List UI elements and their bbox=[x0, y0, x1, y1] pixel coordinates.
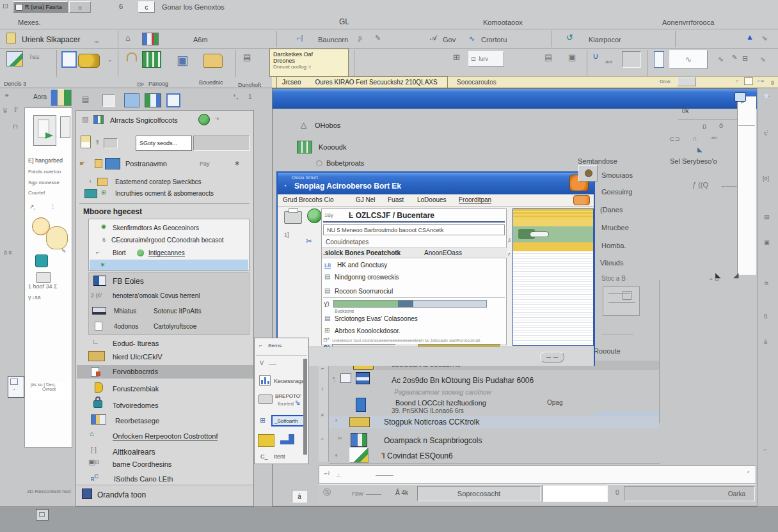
win-list-mrucbee[interactable]: Mrucbee bbox=[601, 224, 629, 231]
mini-table-icon[interactable] bbox=[145, 93, 161, 107]
menu-item-inc[interactable]: Incruthies ocment & asbomeraocts bbox=[115, 190, 214, 197]
blob-icon[interactable] bbox=[46, 226, 68, 249]
compass2-icon[interactable]: ◢ bbox=[733, 271, 738, 279]
green-ball-big-icon[interactable] bbox=[307, 208, 322, 223]
titlebar-user-icon[interactable]: ☻ bbox=[763, 91, 770, 99]
lurv-button[interactable]: ⊡ lurv bbox=[468, 51, 504, 66]
edge-icon-doc[interactable]: ▤ bbox=[764, 214, 770, 220]
palette-yellow-icon[interactable] bbox=[258, 434, 274, 447]
monitor-icon[interactable] bbox=[36, 272, 51, 283]
arc-icon[interactable]: ∩ bbox=[692, 135, 697, 142]
dialog-row4[interactable]: Abrbos Kooolockdosor. bbox=[335, 327, 401, 334]
dialog-row1[interactable]: Nindgonng orosweckis bbox=[335, 274, 399, 281]
menu-item-g1[interactable]: Skenfirmdtors As Geoceoinors bbox=[113, 224, 199, 231]
green-row[interactable] bbox=[513, 226, 593, 242]
sun-button[interactable]: ☼ bbox=[69, 1, 91, 13]
win-item-ohobos[interactable]: OHobos bbox=[315, 121, 340, 129]
selected-row-band[interactable] bbox=[329, 416, 659, 428]
win-item-bobetproats[interactable]: Bobetproats bbox=[326, 159, 364, 167]
sidebar-tab-label[interactable]: Aora bbox=[33, 93, 47, 100]
taskbar-window-icon[interactable] bbox=[36, 509, 49, 520]
minus-box-icon[interactable]: ⊟ bbox=[742, 54, 748, 63]
menu-item-forust[interactable]: Forustzembiak bbox=[113, 385, 159, 393]
menu-item-biort[interactable]: Biort bbox=[113, 249, 126, 256]
u-hook-icon[interactable]: ∪ bbox=[592, 51, 599, 61]
menu-item-abstracts[interactable]: Alrracts Sngicolfocots bbox=[110, 116, 178, 124]
sketch-lines-icon[interactable]: ≀IES bbox=[29, 52, 39, 61]
s-hook-icon[interactable]: ∿ bbox=[718, 55, 724, 63]
loop-icon[interactable]: ↺ bbox=[566, 33, 573, 42]
gray-swatch-icon[interactable] bbox=[622, 51, 641, 68]
umlaut-icon[interactable]: ϋ bbox=[703, 123, 706, 130]
dialog-row2[interactable]: Rocoon Soorrurociul bbox=[335, 288, 393, 295]
home-icon[interactable]: ⌂ bbox=[125, 33, 131, 43]
win-list-smouiaos[interactable]: Smouiaos bbox=[601, 171, 633, 179]
dotted-box-icon[interactable] bbox=[102, 94, 115, 107]
breve-icon[interactable]: ŏ bbox=[719, 121, 723, 129]
titlebar-restore-icon[interactable] bbox=[734, 92, 746, 102]
palette-row4-label[interactable]: Itent bbox=[274, 453, 285, 460]
dialog-menu-lodooues[interactable]: LoDooues bbox=[417, 196, 447, 203]
sidebar-item-sgp[interactable]: Sgp monesse bbox=[28, 180, 60, 185]
list-lines-icon[interactable]: ≡ bbox=[5, 92, 9, 99]
clipboard-icon[interactable] bbox=[654, 51, 664, 68]
status-input[interactable] bbox=[543, 485, 608, 502]
folder-icon[interactable] bbox=[203, 54, 223, 68]
compass-icon[interactable]: ◣ bbox=[715, 271, 720, 279]
menu-item-isothds[interactable]: ISothds Cano LEth bbox=[114, 475, 173, 483]
blue-window-icon[interactable] bbox=[124, 93, 139, 107]
edge-icon-g[interactable]: [ɢ] bbox=[763, 175, 769, 182]
mini-window-icon[interactable]: ◔ bbox=[8, 376, 24, 398]
list-row7[interactable]: 'I Covindat ESQoun6 bbox=[381, 451, 453, 460]
page-icon[interactable]: ▤ bbox=[544, 52, 552, 62]
teal-screen-icon[interactable] bbox=[35, 254, 48, 267]
edge-icon-card[interactable]: ▣ bbox=[764, 239, 770, 246]
list-row6[interactable]: Ooampack n Scapnbriogcols bbox=[384, 436, 482, 445]
battery-icon[interactable] bbox=[60, 116, 70, 138]
menu-item-east[interactable]: Eastemend coratep Sweckbcs bbox=[115, 178, 202, 185]
a6m-label[interactable]: A6m bbox=[193, 36, 208, 43]
dialog-menu-gjnel[interactable]: GJ Nel bbox=[356, 196, 376, 203]
menu-item-henotera[interactable]: henotera'omoak Covus herrenl bbox=[113, 292, 200, 299]
trumpet-icon[interactable] bbox=[78, 54, 100, 68]
dots-icon[interactable]: ⋮ bbox=[50, 203, 56, 210]
chevron-down-icon[interactable]: ⌄ bbox=[107, 56, 113, 63]
refresh-green-icon[interactable] bbox=[198, 114, 210, 125]
menu-item-intigecannes[interactable]: Intigecannes bbox=[148, 249, 185, 257]
win-list-danes[interactable]: (Danes bbox=[600, 206, 623, 214]
hanger-icon[interactable] bbox=[127, 52, 137, 61]
menu-highlight-row[interactable]: ∗ bbox=[90, 260, 248, 270]
pen2-icon[interactable]: ✎ bbox=[732, 54, 737, 61]
dialog-paw-icon[interactable] bbox=[573, 195, 590, 205]
menu-aonenv[interactable]: Aonenvrrforooca bbox=[662, 19, 714, 26]
menu-item-tofvoi[interactable]: Tofvoiredomes bbox=[113, 402, 159, 409]
c-button[interactable]: c bbox=[138, 1, 155, 13]
menu-item-post[interactable]: Postranavmn bbox=[125, 160, 167, 168]
bracket-top-icon[interactable]: ⊓ bbox=[13, 123, 18, 130]
edge-icon-wave[interactable]: ≋ bbox=[764, 280, 769, 286]
hint-eq-icon[interactable]: ⌐= bbox=[758, 77, 765, 84]
palette-scrollbar[interactable] bbox=[303, 359, 307, 455]
menu-item-onfocken[interactable]: Onfocken Rerpeooton Costrottonf bbox=[113, 432, 218, 441]
l8-link[interactable]: L8 bbox=[324, 262, 331, 269]
list-row3[interactable]: Boond LOCCcit hzcftuodiong bbox=[395, 399, 486, 407]
scissors-icon[interactable]: ✂ bbox=[306, 237, 312, 246]
palette-wrench-icon[interactable] bbox=[280, 434, 294, 444]
palette-printer-icon[interactable] bbox=[258, 395, 273, 404]
circuit-icon[interactable] bbox=[166, 93, 180, 107]
menu-item-g2[interactable]: CEcoruraimérgood CConodrah becasot bbox=[111, 237, 224, 244]
menu-item-alttko[interactable]: Alttkoalrears bbox=[113, 448, 155, 457]
save-icon[interactable] bbox=[82, 489, 92, 499]
menu-item-eodud[interactable]: Eodud- Itureas bbox=[113, 340, 159, 347]
drok-mini-button[interactable] bbox=[677, 77, 696, 86]
edge-icon-corner[interactable]: ⌐ bbox=[764, 446, 767, 453]
win-item-koooudk[interactable]: Koooudk bbox=[319, 143, 346, 151]
sidebar-tab-thumb[interactable] bbox=[50, 89, 72, 106]
box-3d-icon[interactable] bbox=[33, 115, 56, 146]
dialog-footer-button[interactable] bbox=[540, 352, 564, 363]
se-arrow-icon[interactable]: ⇘ bbox=[760, 56, 765, 63]
palette-chart-icon[interactable] bbox=[259, 375, 271, 386]
win-list-goesuirrg[interactable]: Goesuirrg bbox=[601, 188, 632, 196]
dialog-titlebar[interactable]: Ooou Shurt ◔ Snopiag Acirooberso Bort Ek bbox=[278, 173, 594, 194]
edge-icon-sc[interactable]: Ϛ́ bbox=[764, 130, 768, 137]
